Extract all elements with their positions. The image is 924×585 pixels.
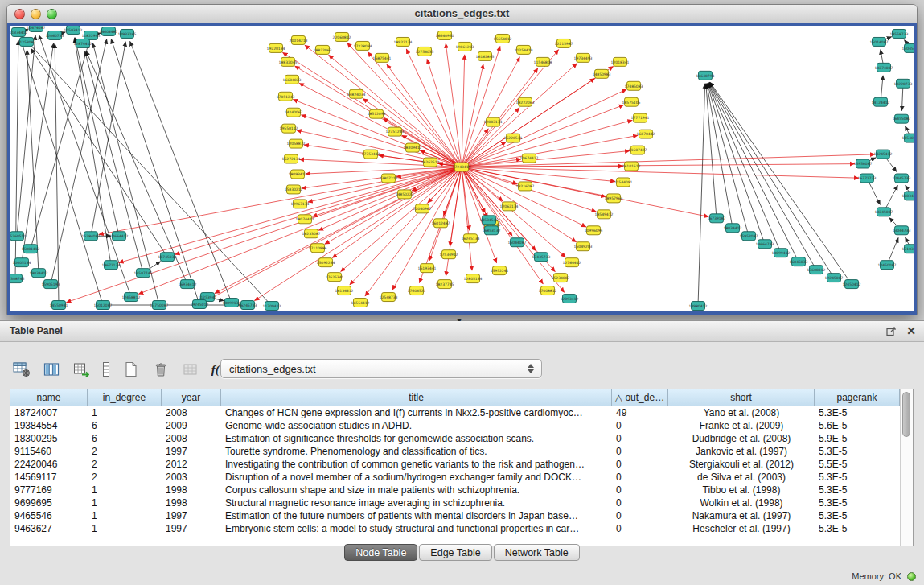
graph-node[interactable]: 19220134	[267, 43, 285, 52]
graph-node[interactable]: 16272134	[282, 154, 301, 163]
graph-node[interactable]: 14664733	[756, 240, 774, 249]
graph-node[interactable]: 12664412	[110, 232, 129, 241]
graph-node[interactable]: 17851243	[277, 92, 295, 101]
graph-node[interactable]: 19672134	[102, 261, 121, 270]
delete-icon[interactable]	[150, 359, 171, 380]
import-table-icon[interactable]	[180, 359, 201, 380]
graph-node[interactable]: 13980412	[689, 302, 708, 311]
graph-node[interactable]: 10228733	[894, 79, 913, 88]
window-titlebar[interactable]: citations_edges.txt	[7, 5, 917, 23]
graph-node[interactable]: 12062134	[500, 202, 519, 211]
graph-node[interactable]: 16739187	[708, 214, 726, 223]
graph-node[interactable]: 16101612	[622, 162, 641, 171]
graph-node[interactable]: 15881412	[22, 245, 40, 253]
graph-node[interactable]: 16262512	[421, 158, 440, 167]
graph-node[interactable]: 16233087	[302, 229, 321, 238]
graph-node[interactable]: 10474087	[27, 26, 46, 31]
graph-node[interactable]: 14124412	[872, 97, 890, 106]
graph-node[interactable]: 18309412	[404, 143, 422, 152]
graph-node[interactable]: 13750087	[150, 301, 169, 310]
graph-node[interactable]: 10405134	[13, 258, 31, 267]
graph-node[interactable]: 18832045	[279, 57, 298, 66]
graph-node[interactable]: 18549412	[595, 210, 614, 219]
graph-node[interactable]: 10933265	[118, 29, 137, 38]
graph-node[interactable]: 15905193	[42, 280, 60, 289]
graph-node[interactable]: 15952241	[491, 266, 509, 275]
graph-node[interactable]: 12093412	[561, 295, 579, 303]
graph-node[interactable]: 15012087	[94, 301, 113, 310]
graph-node[interactable]: 19245012	[191, 300, 209, 309]
graph-node[interactable]: 19558112	[280, 124, 298, 133]
graph-node[interactable]: 16640950	[436, 31, 454, 39]
graph-node[interactable]: 14587745	[134, 269, 153, 278]
graph-node[interactable]: 16845033	[790, 257, 808, 266]
graph-node[interactable]: 10583412	[64, 26, 83, 34]
graph-node[interactable]: 25260550	[10, 232, 27, 241]
graph-node[interactable]: 17228034	[354, 41, 372, 50]
graph-node[interactable]: 19034412	[30, 269, 48, 278]
graph-node[interactable]: 17435733	[532, 253, 551, 262]
graph-node[interactable]: 13216087	[516, 182, 535, 191]
graph-node[interactable]: 16012487	[432, 219, 450, 228]
network-canvas[interactable]: 1883204516604023178512431424006719558112…	[10, 26, 914, 311]
tab-node-table[interactable]: Node Table	[344, 544, 417, 561]
graph-node[interactable]: 18922134	[394, 37, 413, 46]
graph-node[interactable]: 12445733	[893, 174, 911, 183]
table-row[interactable]: 977716911998Corpus callosum shape and si…	[10, 484, 900, 496]
table-mode-icon[interactable]	[11, 359, 32, 380]
graph-node[interactable]: 11334412	[10, 27, 28, 36]
table-scrollbar[interactable]	[900, 389, 913, 546]
graph-node[interactable]: 18099412	[772, 249, 791, 257]
graph-node[interactable]: 17753412	[362, 150, 380, 159]
graph-node[interactable]: 19861203	[456, 42, 474, 51]
column-header-out_degree[interactable]: △ out_de…	[612, 389, 668, 406]
graph-node[interactable]: 13045412	[902, 43, 914, 52]
graph-node[interactable]: 13044733	[893, 226, 911, 235]
graph-node[interactable]: 17008812	[539, 286, 557, 295]
graph-node[interactable]: 12458812	[122, 293, 141, 302]
graph-node[interactable]: 22060812	[333, 32, 351, 41]
close-window-button[interactable]	[14, 9, 25, 19]
graph-node[interactable]: 18957964	[605, 194, 623, 203]
graph-node[interactable]: 14245412	[874, 150, 893, 159]
column-header-title[interactable]: title	[221, 389, 612, 406]
graph-node[interactable]: 11308745	[10, 274, 25, 283]
graph-node[interactable]: 15049203	[574, 242, 593, 251]
graph-node[interactable]: 12548733	[380, 293, 398, 302]
graph-node[interactable]: 19083134	[484, 117, 503, 126]
graph-node[interactable]: 15952087	[740, 232, 758, 241]
table-row[interactable]: 2242004622012Investigating the contribut…	[10, 458, 900, 471]
graph-node[interactable]: 19558733	[890, 29, 909, 38]
graph-hub-node[interactable]: 17240419	[453, 163, 471, 171]
graph-node[interactable]: 21254419	[515, 45, 533, 54]
row-height-icon[interactable]	[101, 359, 112, 380]
graph-node[interactable]: 12058872	[287, 139, 306, 148]
tab-network-table[interactable]: Network Table	[494, 544, 580, 561]
graph-node[interactable]: 10245087	[875, 208, 893, 216]
graph-node[interactable]: 16648794	[696, 71, 715, 80]
graph-node[interactable]: 20014213	[290, 35, 308, 44]
table-row[interactable]: 946362711997Embryonic stem cells: a mode…	[10, 522, 900, 535]
graph-node[interactable]: 18512093	[368, 109, 386, 118]
graph-node[interactable]: 15092234	[317, 258, 335, 267]
zoom-window-button[interactable]	[47, 9, 57, 19]
graph-node[interactable]: 19245087	[825, 274, 844, 282]
column-header-pagerank[interactable]: pagerank	[815, 389, 900, 406]
column-header-short[interactable]: short	[668, 389, 815, 406]
graph-node[interactable]: 15044087	[508, 238, 527, 247]
graph-node[interactable]: 14850223	[396, 190, 414, 199]
new-column-icon[interactable]	[71, 359, 92, 380]
show-columns-icon[interactable]	[41, 359, 62, 380]
graph-node[interactable]: 15284087	[82, 232, 101, 241]
table-row[interactable]: 969969511998Structural magnetic resonanc…	[10, 496, 900, 509]
graph-node[interactable]: 16455087	[893, 114, 911, 123]
graph-node[interactable]: 16772733	[858, 174, 877, 183]
graph-node[interactable]: 14824034	[347, 89, 366, 98]
graph-node[interactable]: 22040967	[413, 204, 432, 213]
graph-node[interactable]: 18274087	[875, 63, 893, 72]
graph-node[interactable]: 12805134	[464, 274, 483, 283]
graph-node[interactable]: 16853132	[483, 226, 501, 235]
column-header-in_degree[interactable]: in_degree	[88, 389, 162, 406]
table-scrollbar-thumb[interactable]	[902, 392, 910, 437]
graph-node[interactable]: 14240067	[285, 108, 303, 117]
